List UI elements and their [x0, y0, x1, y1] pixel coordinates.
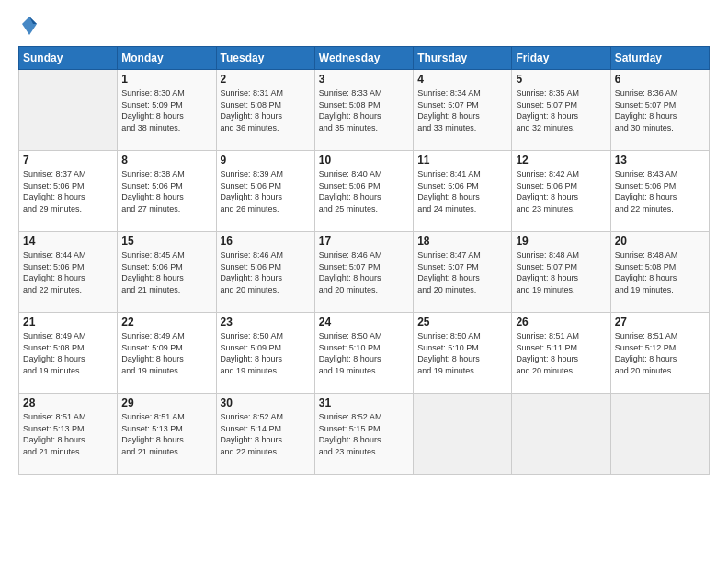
day-info: Sunrise: 8:47 AM Sunset: 5:07 PM Dayligh… [417, 249, 507, 295]
day-number: 6 [615, 73, 705, 86]
day-cell: 28Sunrise: 8:51 AM Sunset: 5:13 PM Dayli… [19, 394, 118, 475]
day-number: 24 [319, 316, 409, 328]
header-cell-sunday: Sunday [19, 47, 118, 70]
day-number: 13 [615, 154, 705, 167]
day-cell: 18Sunrise: 8:47 AM Sunset: 5:07 PM Dayli… [414, 232, 512, 313]
day-number: 23 [221, 316, 311, 328]
day-cell: 2Sunrise: 8:31 AM Sunset: 5:08 PM Daylig… [216, 70, 314, 151]
day-cell: 7Sunrise: 8:37 AM Sunset: 5:06 PM Daylig… [19, 151, 118, 232]
day-number: 29 [121, 396, 211, 409]
day-info: Sunrise: 8:30 AM Sunset: 5:09 PM Dayligh… [121, 87, 211, 133]
day-info: Sunrise: 8:36 AM Sunset: 5:07 PM Dayligh… [615, 87, 705, 133]
week-row-5: 28Sunrise: 8:51 AM Sunset: 5:13 PM Dayli… [19, 394, 710, 475]
day-cell: 11Sunrise: 8:41 AM Sunset: 5:06 PM Dayli… [414, 151, 512, 232]
day-number: 19 [516, 235, 606, 247]
day-info: Sunrise: 8:38 AM Sunset: 5:06 PM Dayligh… [121, 168, 211, 214]
day-info: Sunrise: 8:45 AM Sunset: 5:06 PM Dayligh… [121, 249, 211, 295]
day-number: 14 [23, 235, 113, 247]
header-cell-thursday: Thursday [414, 47, 512, 70]
day-number: 11 [417, 154, 507, 167]
day-number: 1 [121, 73, 211, 86]
day-info: Sunrise: 8:50 AM Sunset: 5:10 PM Dayligh… [417, 330, 507, 376]
day-cell: 27Sunrise: 8:51 AM Sunset: 5:12 PM Dayli… [610, 313, 709, 394]
day-cell: 16Sunrise: 8:46 AM Sunset: 5:06 PM Dayli… [216, 232, 314, 313]
week-row-1: 1Sunrise: 8:30 AM Sunset: 5:09 PM Daylig… [19, 70, 710, 151]
day-number: 30 [221, 396, 311, 409]
day-number: 25 [417, 316, 507, 328]
day-number: 12 [516, 154, 606, 167]
day-info: Sunrise: 8:52 AM Sunset: 5:15 PM Dayligh… [319, 411, 409, 457]
day-info: Sunrise: 8:51 AM Sunset: 5:13 PM Dayligh… [121, 411, 211, 457]
day-cell: 25Sunrise: 8:50 AM Sunset: 5:10 PM Dayli… [414, 313, 512, 394]
header [18, 15, 710, 37]
day-cell: 21Sunrise: 8:49 AM Sunset: 5:08 PM Dayli… [19, 313, 118, 394]
svg-marker-0 [22, 17, 37, 35]
day-cell: 10Sunrise: 8:40 AM Sunset: 5:06 PM Dayli… [314, 151, 413, 232]
day-cell: 3Sunrise: 8:33 AM Sunset: 5:08 PM Daylig… [314, 70, 413, 151]
day-info: Sunrise: 8:43 AM Sunset: 5:06 PM Dayligh… [615, 168, 705, 214]
day-cell: 26Sunrise: 8:51 AM Sunset: 5:11 PM Dayli… [512, 313, 610, 394]
day-info: Sunrise: 8:50 AM Sunset: 5:10 PM Dayligh… [319, 330, 409, 376]
page: SundayMondayTuesdayWednesdayThursdayFrid… [0, 0, 728, 563]
day-number: 2 [221, 73, 311, 86]
day-info: Sunrise: 8:50 AM Sunset: 5:09 PM Dayligh… [221, 330, 311, 376]
calendar: SundayMondayTuesdayWednesdayThursdayFrid… [18, 46, 710, 475]
day-info: Sunrise: 8:35 AM Sunset: 5:07 PM Dayligh… [516, 87, 606, 133]
day-cell: 31Sunrise: 8:52 AM Sunset: 5:15 PM Dayli… [314, 394, 413, 475]
day-number: 28 [23, 396, 113, 409]
calendar-body: 1Sunrise: 8:30 AM Sunset: 5:09 PM Daylig… [19, 70, 710, 475]
day-cell [414, 394, 512, 475]
day-number: 8 [121, 154, 211, 167]
day-info: Sunrise: 8:42 AM Sunset: 5:06 PM Dayligh… [516, 168, 606, 214]
day-cell: 13Sunrise: 8:43 AM Sunset: 5:06 PM Dayli… [610, 151, 709, 232]
day-cell: 8Sunrise: 8:38 AM Sunset: 5:06 PM Daylig… [118, 151, 216, 232]
day-info: Sunrise: 8:34 AM Sunset: 5:07 PM Dayligh… [417, 87, 507, 133]
day-info: Sunrise: 8:51 AM Sunset: 5:11 PM Dayligh… [516, 330, 606, 376]
day-cell: 17Sunrise: 8:46 AM Sunset: 5:07 PM Dayli… [314, 232, 413, 313]
week-row-2: 7Sunrise: 8:37 AM Sunset: 5:06 PM Daylig… [19, 151, 710, 232]
day-cell: 20Sunrise: 8:48 AM Sunset: 5:08 PM Dayli… [610, 232, 709, 313]
day-cell: 5Sunrise: 8:35 AM Sunset: 5:07 PM Daylig… [512, 70, 610, 151]
day-number: 5 [516, 73, 606, 86]
header-cell-wednesday: Wednesday [314, 47, 413, 70]
day-cell: 22Sunrise: 8:49 AM Sunset: 5:09 PM Dayli… [118, 313, 216, 394]
day-number: 31 [319, 396, 409, 409]
day-info: Sunrise: 8:44 AM Sunset: 5:06 PM Dayligh… [23, 249, 113, 295]
day-info: Sunrise: 8:46 AM Sunset: 5:07 PM Dayligh… [319, 249, 409, 295]
day-cell: 6Sunrise: 8:36 AM Sunset: 5:07 PM Daylig… [610, 70, 709, 151]
header-cell-tuesday: Tuesday [216, 47, 314, 70]
day-cell [19, 70, 118, 151]
day-number: 26 [516, 316, 606, 328]
day-number: 21 [23, 316, 113, 328]
day-number: 3 [319, 73, 409, 86]
day-info: Sunrise: 8:31 AM Sunset: 5:08 PM Dayligh… [221, 87, 311, 133]
day-cell: 19Sunrise: 8:48 AM Sunset: 5:07 PM Dayli… [512, 232, 610, 313]
day-info: Sunrise: 8:52 AM Sunset: 5:14 PM Dayligh… [221, 411, 311, 457]
day-number: 10 [319, 154, 409, 167]
day-number: 16 [221, 235, 311, 247]
day-number: 17 [319, 235, 409, 247]
week-row-3: 14Sunrise: 8:44 AM Sunset: 5:06 PM Dayli… [19, 232, 710, 313]
day-cell [610, 394, 709, 475]
day-info: Sunrise: 8:40 AM Sunset: 5:06 PM Dayligh… [319, 168, 409, 214]
day-info: Sunrise: 8:46 AM Sunset: 5:06 PM Dayligh… [221, 249, 311, 295]
header-cell-monday: Monday [118, 47, 216, 70]
day-info: Sunrise: 8:49 AM Sunset: 5:09 PM Dayligh… [121, 330, 211, 376]
day-info: Sunrise: 8:48 AM Sunset: 5:07 PM Dayligh… [516, 249, 606, 295]
day-number: 22 [121, 316, 211, 328]
day-cell: 23Sunrise: 8:50 AM Sunset: 5:09 PM Dayli… [216, 313, 314, 394]
day-info: Sunrise: 8:49 AM Sunset: 5:08 PM Dayligh… [23, 330, 113, 376]
day-number: 7 [23, 154, 113, 167]
day-cell: 4Sunrise: 8:34 AM Sunset: 5:07 PM Daylig… [414, 70, 512, 151]
day-number: 15 [121, 235, 211, 247]
day-cell: 30Sunrise: 8:52 AM Sunset: 5:14 PM Dayli… [216, 394, 314, 475]
logo [18, 15, 42, 37]
day-cell: 14Sunrise: 8:44 AM Sunset: 5:06 PM Dayli… [19, 232, 118, 313]
day-number: 18 [417, 235, 507, 247]
day-cell: 15Sunrise: 8:45 AM Sunset: 5:06 PM Dayli… [118, 232, 216, 313]
day-cell [512, 394, 610, 475]
header-cell-friday: Friday [512, 47, 610, 70]
day-cell: 12Sunrise: 8:42 AM Sunset: 5:06 PM Dayli… [512, 151, 610, 232]
day-number: 20 [615, 235, 705, 247]
day-info: Sunrise: 8:39 AM Sunset: 5:06 PM Dayligh… [221, 168, 311, 214]
